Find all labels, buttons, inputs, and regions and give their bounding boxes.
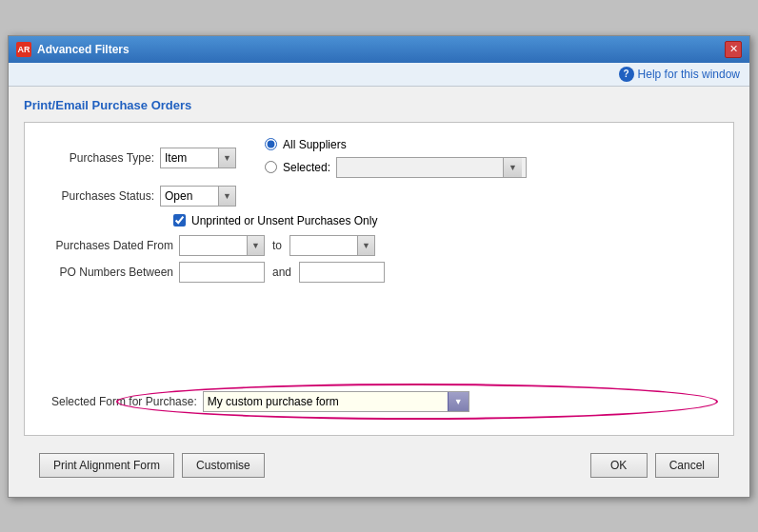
selected-supplier-radio[interactable] <box>265 161 277 173</box>
spacer <box>40 288 718 365</box>
purchases-type-arrow[interactable]: ▼ <box>218 148 235 167</box>
bottom-buttons: Print Alignment Form Customise OK Cancel <box>24 445 734 485</box>
unprinted-checkbox-row: Unprinted or Unsent Purchases Only <box>173 214 718 227</box>
purchases-type-label: Purchases Type: <box>40 151 154 165</box>
selected-supplier-dropdown[interactable]: ▼ <box>336 157 527 178</box>
selected-supplier-row: Selected: ▼ <box>265 157 527 178</box>
purchases-type-select[interactable]: Item ▼ <box>160 148 236 168</box>
help-link[interactable]: ? Help for this window <box>619 67 740 82</box>
left-buttons: Print Alignment Form Customise <box>39 453 265 478</box>
po-numbers-from-input[interactable] <box>179 262 265 283</box>
po-numbers-label: PO Numbers Between <box>40 266 173 279</box>
purchases-status-arrow[interactable]: ▼ <box>218 187 235 206</box>
to-label: to <box>272 239 282 252</box>
title-bar: AR Advanced Filters ✕ <box>9 36 749 63</box>
selected-form-value: My custom purchase form <box>208 395 444 408</box>
purchases-status-row: Purchases Status: Open ▼ <box>40 186 718 207</box>
main-window: AR Advanced Filters ✕ ? Help for this wi… <box>8 35 750 498</box>
unprinted-checkbox[interactable] <box>173 214 186 227</box>
all-suppliers-label: All Suppliers <box>283 138 347 151</box>
po-numbers-row: PO Numbers Between and <box>40 262 718 283</box>
purchases-status-label: Purchases Status: <box>40 189 154 203</box>
purchases-type-row: Purchases Type: Item ▼ All Suppliers Sel… <box>40 138 718 178</box>
help-bar: ? Help for this window <box>9 63 749 87</box>
supplier-radio-group: All Suppliers Selected: ▼ <box>265 138 527 178</box>
customise-button[interactable]: Customise <box>182 453 265 478</box>
window-body: Print/Email Purchase Orders Purchases Ty… <box>9 87 749 497</box>
selected-form-dropdown[interactable]: My custom purchase form ▼ <box>203 391 469 412</box>
and-label: and <box>272 266 291 279</box>
all-suppliers-radio[interactable] <box>265 138 277 150</box>
unprinted-label: Unprinted or Unsent Purchases Only <box>191 214 377 227</box>
selected-supplier-arrow[interactable]: ▼ <box>503 158 522 177</box>
dates-from-label: Purchases Dated From <box>40 239 173 252</box>
ok-button[interactable]: OK <box>590 453 648 478</box>
dates-from-arrow[interactable]: ▼ <box>247 236 264 255</box>
main-content: Purchases Type: Item ▼ All Suppliers Sel… <box>24 122 734 436</box>
po-numbers-to-input[interactable] <box>299 262 385 283</box>
dates-to-input[interactable]: ▼ <box>289 235 375 256</box>
title-bar-left: AR Advanced Filters <box>16 42 130 57</box>
help-icon: ? <box>619 67 634 82</box>
app-logo: AR <box>16 42 31 57</box>
print-alignment-button[interactable]: Print Alignment Form <box>39 453 174 478</box>
purchases-status-select[interactable]: Open ▼ <box>160 186 236 207</box>
cancel-button[interactable]: Cancel <box>655 453 719 478</box>
selected-form-section: Selected Form for Purchase: My custom pu… <box>40 384 718 420</box>
dates-from-input[interactable]: ▼ <box>179 235 265 256</box>
help-label: Help for this window <box>638 68 740 81</box>
all-suppliers-row: All Suppliers <box>265 138 527 151</box>
selected-form-arrow[interactable]: ▼ <box>448 392 469 411</box>
selected-form-label: Selected Form for Purchase: <box>51 395 197 408</box>
dates-to-arrow[interactable]: ▼ <box>357 236 374 255</box>
dates-section: Purchases Dated From ▼ to ▼ PO Numbers B… <box>40 235 718 283</box>
selected-supplier-label: Selected: <box>283 161 330 174</box>
dates-from-row: Purchases Dated From ▼ to ▼ <box>40 235 718 256</box>
right-buttons: OK Cancel <box>590 453 719 478</box>
section-title: Print/Email Purchase Orders <box>24 98 734 112</box>
purchases-type-value: Item <box>165 151 214 165</box>
window-title: Advanced Filters <box>37 43 130 56</box>
close-button[interactable]: ✕ <box>725 41 742 58</box>
purchases-status-value: Open <box>165 189 214 203</box>
